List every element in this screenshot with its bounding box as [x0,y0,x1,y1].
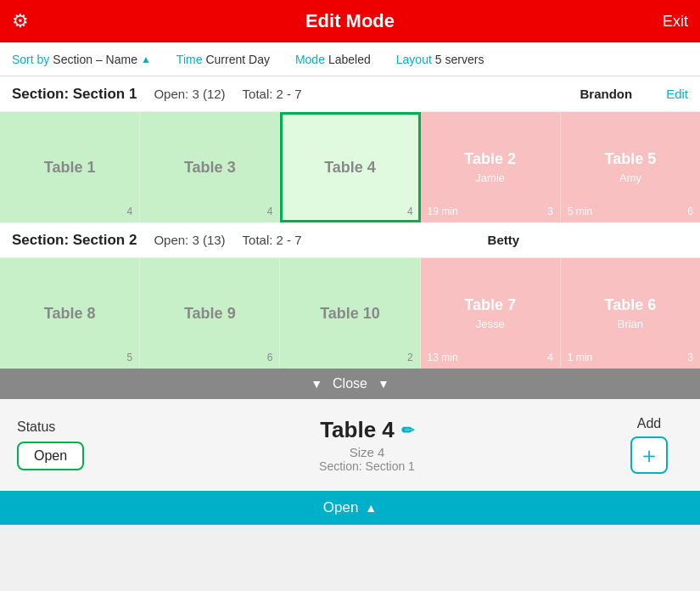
sort-by-label: Sort by [12,53,49,66]
table-cell[interactable]: Table 85 [0,258,140,369]
section2-title: Section: Section 2 [12,232,137,249]
mode-control[interactable]: Mode Labeled [295,53,371,66]
table-count: 2 [407,352,413,363]
sort-by-control[interactable]: Sort by Section – Name ▲ [12,53,151,66]
table-cell[interactable]: Table 6Brian1 min3 [561,258,700,369]
detail-status-section: Status Open [17,419,119,470]
table-cell[interactable]: Table 96 [140,258,280,369]
section1-title: Section: Section 1 [12,86,137,103]
table-cell[interactable]: Table 44 [280,112,420,222]
header: ⚙ Edit Mode Exit [0,0,700,42]
open-bar[interactable]: Open ▲ [0,491,700,525]
section2-open: Open: 3 (13) [154,233,225,247]
table-name: Table 7 [464,296,516,314]
detail-size: Size 4 [350,445,385,459]
table-time: 19 min [428,205,458,217]
detail-panel: Status Open Table 4 ✏ Size 4 Section: Se… [0,399,700,491]
mode-label: Mode [295,53,325,66]
sort-arrow-icon: ▲ [141,53,151,65]
detail-table-name-text: Table 4 [320,417,395,443]
table-name: Table 3 [184,159,236,177]
time-control[interactable]: Time Current Day [176,53,270,66]
sort-by-value: Section – Name [53,53,137,66]
table-name: Table 1 [44,159,96,177]
table-count: 5 [127,352,133,363]
table-count: 6 [687,205,693,217]
section2-server: Betty [488,233,520,247]
sort-bar: Sort by Section – Name ▲ Time Current Da… [0,42,700,76]
open-arrow-icon: ▲ [365,501,377,515]
detail-edit-icon[interactable]: ✏ [401,421,414,440]
table-time: 13 min [428,352,458,363]
add-label: Add [637,416,661,431]
table-count: 3 [547,205,553,217]
close-label: Close [333,376,367,391]
section1-tables-grid: Table 14Table 34Table 44Table 2Jamie19 m… [0,112,700,222]
table-server: Brian [618,318,643,330]
time-value: Current Day [205,53,269,66]
table-count: 4 [407,205,413,217]
section2-total: Total: 2 - 7 [243,233,302,247]
table-count: 4 [547,352,553,363]
table-cell[interactable]: Table 34 [140,112,280,222]
section1-total: Total: 2 - 7 [243,87,302,101]
table-count: 4 [127,205,133,217]
table-count: 4 [267,205,273,217]
table-name: Table 6 [605,296,657,314]
table-name: Table 10 [320,305,380,323]
detail-add-section: Add ＋ [615,416,683,474]
section1-open: Open: 3 (12) [154,87,225,101]
table-name: Table 5 [605,150,657,168]
detail-section-text: Section: Section 1 [319,459,415,473]
table-name: Table 8 [44,305,96,323]
table-count: 3 [687,352,693,363]
detail-center-section: Table 4 ✏ Size 4 Section: Section 1 [119,417,615,473]
table-time: 1 min [568,352,592,363]
table-cell[interactable]: Table 102 [280,258,420,369]
table-name: Table 9 [184,305,236,323]
layout-label: Layout [396,53,432,66]
section1-server: Brandon [580,87,632,101]
section1-header: Section: Section 1 Open: 3 (12) Total: 2… [0,76,700,112]
table-server: Jesse [476,318,505,330]
table-name: Table 2 [464,150,516,168]
table-cell[interactable]: Table 7Jesse13 min4 [421,258,561,369]
add-button[interactable]: ＋ [630,436,668,474]
table-cell[interactable]: Table 5Amy5 min6 [561,112,700,222]
table-count: 6 [267,352,273,363]
detail-table-name: Table 4 ✏ [320,417,414,443]
table-time: 5 min [568,205,592,217]
exit-button[interactable]: Exit [663,13,688,31]
table-cell[interactable]: Table 2Jamie19 min3 [421,112,561,222]
section1-edit-button[interactable]: Edit [666,87,688,101]
table-server: Amy [619,172,641,184]
mode-value: Labeled [328,53,371,66]
table-server: Jamie [475,172,505,184]
time-label: Time [176,53,203,66]
section2-header: Section: Section 2 Open: 3 (13) Total: 2… [0,222,700,258]
table-cell[interactable]: Table 14 [0,112,140,222]
open-label: Open [323,499,359,516]
page-title: Edit Mode [305,10,395,32]
layout-control[interactable]: Layout 5 servers [396,53,484,66]
close-left-arrow-icon: ▼ [311,377,322,391]
section2-tables-grid: Table 85Table 96Table 102Table 7Jesse13 … [0,258,700,369]
open-status-button[interactable]: Open [17,442,84,470]
status-label: Status [17,419,55,435]
close-right-arrow-icon: ▼ [378,377,389,391]
layout-value: 5 servers [435,53,484,66]
table-name: Table 4 [324,159,376,177]
gear-icon[interactable]: ⚙ [12,10,29,32]
close-bar[interactable]: ▼ Close ▼ [0,369,700,399]
